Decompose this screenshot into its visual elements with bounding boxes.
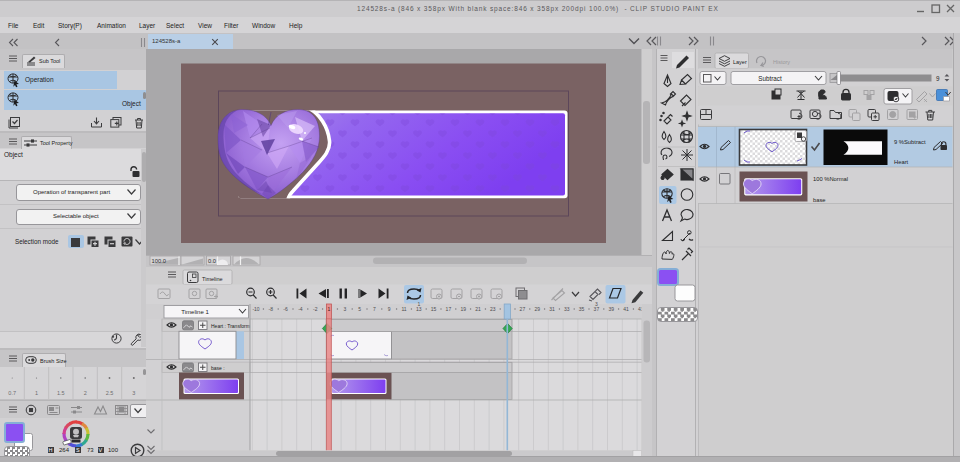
- svg-text:13: 13: [416, 306, 422, 312]
- svg-text:7: 7: [373, 306, 376, 312]
- svg-text:Heart: Heart: [894, 159, 909, 165]
- svg-text:base :: base :: [211, 365, 225, 371]
- svg-text:Timeline 1: Timeline 1: [181, 309, 209, 315]
- svg-text:1.5: 1.5: [57, 390, 65, 396]
- svg-text:100 %Normal: 100 %Normal: [813, 176, 848, 182]
- svg-text:0.7: 0.7: [8, 390, 16, 396]
- svg-text:1: 1: [328, 306, 331, 312]
- svg-text:2.5: 2.5: [106, 390, 114, 396]
- svg-text:37: 37: [594, 306, 600, 312]
- svg-text:21: 21: [475, 306, 481, 312]
- svg-text:Subtract: Subtract: [758, 75, 782, 82]
- svg-text:0.0: 0.0: [208, 258, 216, 264]
- svg-text:19: 19: [460, 306, 466, 312]
- svg-text:base: base: [813, 197, 826, 203]
- svg-text:31: 31: [549, 306, 555, 312]
- svg-text:-8: -8: [269, 306, 274, 312]
- svg-text:29: 29: [534, 306, 540, 312]
- svg-text:41: 41: [623, 306, 629, 312]
- svg-text:35: 35: [579, 306, 585, 312]
- svg-text:33: 33: [564, 306, 570, 312]
- svg-text:5: 5: [358, 306, 361, 312]
- svg-text:1: 1: [417, 300, 420, 306]
- svg-text:23: 23: [490, 306, 496, 312]
- svg-text:-6: -6: [283, 306, 288, 312]
- svg-text:Timeline: Timeline: [202, 275, 223, 281]
- svg-text:39: 39: [608, 306, 614, 312]
- svg-text:9 %Subtract: 9 %Subtract: [894, 139, 926, 145]
- svg-text:-10: -10: [252, 306, 259, 312]
- svg-text:-2: -2: [313, 306, 318, 312]
- svg-text:2: 2: [84, 390, 87, 396]
- svg-text:11: 11: [401, 306, 406, 312]
- svg-text:15: 15: [431, 306, 437, 312]
- svg-text:History: History: [773, 59, 790, 65]
- svg-text:9: 9: [936, 75, 940, 82]
- svg-text:3: 3: [132, 390, 135, 396]
- svg-text:-4: -4: [298, 306, 303, 312]
- svg-text:Layer: Layer: [733, 59, 747, 65]
- svg-text:3: 3: [343, 306, 346, 312]
- svg-text:100.0: 100.0: [152, 258, 167, 264]
- svg-text:Heart : Transform: Heart : Transform: [211, 323, 250, 329]
- svg-text:27: 27: [520, 306, 526, 312]
- svg-text:17: 17: [446, 306, 452, 312]
- svg-text:3: 3: [595, 300, 598, 306]
- svg-text:9: 9: [388, 306, 391, 312]
- svg-text:1: 1: [35, 390, 38, 396]
